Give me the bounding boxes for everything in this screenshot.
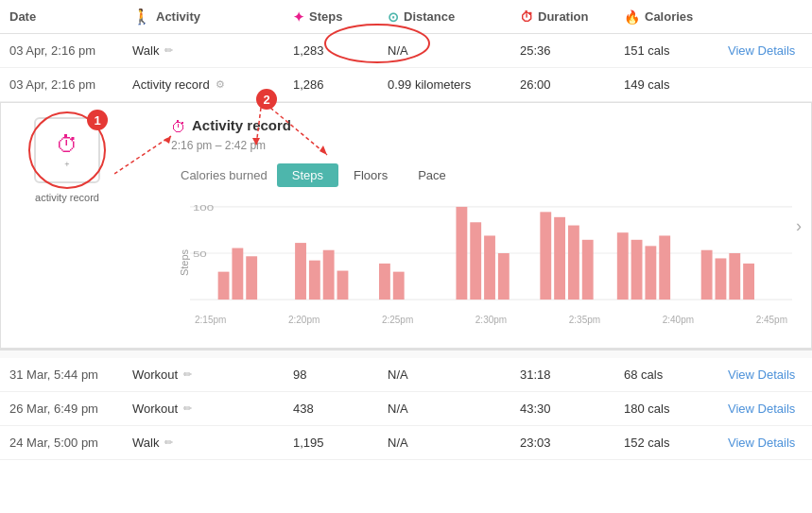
x-label: 2:20pm: [288, 315, 320, 325]
svg-rect-22: [470, 222, 481, 299]
chart-area: Steps 100 50: [190, 197, 792, 329]
svg-rect-24: [498, 253, 510, 299]
tab-calories-burned[interactable]: Calories burned: [171, 163, 277, 187]
cell-duration: 25:36: [520, 43, 624, 58]
svg-rect-19: [379, 264, 390, 299]
table-row: 26 Mar, 6:49 pm Workout ✏ 438 N/A 43:30 …: [0, 392, 812, 426]
cell-steps: 98: [293, 368, 388, 382]
cell-action[interactable]: View Details: [728, 402, 803, 416]
chevron-right-icon[interactable]: ›: [796, 215, 802, 235]
edit-icon[interactable]: ⚙: [216, 78, 225, 91]
edit-icon[interactable]: ✏: [183, 368, 192, 381]
view-details-link[interactable]: View Details: [728, 368, 795, 382]
activity-name: Workout: [132, 402, 178, 416]
svg-rect-35: [729, 253, 740, 299]
svg-rect-31: [645, 246, 656, 299]
chart-tabs: Calories burned Steps Floors Pace: [171, 163, 792, 187]
table-row: 31 Mar, 5:44 pm Workout ✏ 98 N/A 31:18 6…: [0, 358, 812, 392]
walk-icon: 🚶: [132, 8, 151, 26]
svg-rect-34: [716, 258, 727, 299]
calories-icon: 🔥: [624, 9, 640, 25]
svg-rect-29: [617, 232, 629, 299]
table-row: 03 Apr, 2:16 pm Walk ✏ 1,283 N/A 25:36 1…: [0, 34, 812, 68]
view-details-link[interactable]: View Details: [728, 43, 795, 58]
svg-rect-36: [743, 264, 754, 299]
cell-action[interactable]: View Details: [728, 436, 803, 450]
svg-rect-15: [295, 243, 306, 299]
cell-activity: Workout ✏: [132, 368, 293, 382]
cell-activity: Walk ✏: [132, 43, 293, 58]
svg-rect-14: [246, 256, 257, 299]
cell-activity: Workout ✏: [132, 402, 293, 416]
view-details-link[interactable]: View Details: [728, 402, 795, 416]
tab-floors[interactable]: Floors: [338, 163, 403, 187]
svg-rect-13: [232, 248, 243, 300]
svg-rect-20: [393, 272, 405, 299]
cell-calories: 180 cals: [624, 402, 728, 416]
cell-steps: 1,195: [293, 436, 388, 450]
chart-x-labels: 2:15pm 2:20pm 2:25pm 2:30pm 2:35pm 2:40p…: [190, 315, 792, 325]
svg-rect-18: [337, 271, 349, 300]
cell-date: 31 Mar, 5:44 pm: [9, 368, 132, 382]
svg-rect-33: [701, 250, 713, 299]
cell-calories: 68 cals: [624, 368, 728, 382]
svg-rect-27: [568, 226, 579, 300]
table-header: Date 🚶 Activity ✦ Steps ⊙ Distance ⏱ Dur…: [0, 0, 812, 34]
cell-activity: Walk ✏: [132, 436, 293, 450]
svg-rect-12: [218, 272, 230, 299]
cell-date: 03 Apr, 2:16 pm: [9, 77, 132, 92]
steps-icon: ✦: [293, 9, 304, 25]
panel-right: ⏱ Activity record 2: [171, 117, 792, 329]
cell-calories: 149 cals: [624, 77, 728, 92]
panel-header: ⏱ + 1 activity record: [20, 117, 792, 329]
svg-rect-21: [456, 207, 467, 299]
svg-rect-23: [484, 235, 495, 299]
svg-rect-25: [540, 212, 551, 299]
svg-text:50: 50: [193, 248, 207, 259]
tab-pace[interactable]: Pace: [403, 163, 461, 187]
cell-action[interactable]: View Details: [728, 368, 803, 382]
cell-action[interactable]: View Details: [728, 43, 803, 58]
header-steps: ✦ Steps: [293, 9, 388, 25]
header-activity: 🚶 Activity: [132, 8, 293, 26]
cell-distance: N/A: [388, 43, 520, 58]
svg-rect-30: [631, 240, 643, 299]
svg-rect-32: [659, 235, 670, 299]
cell-calories: 151 cals: [624, 43, 728, 58]
steps-chart: 100 50: [190, 197, 792, 310]
x-label: 2:40pm: [663, 315, 694, 325]
view-details-link[interactable]: View Details: [728, 436, 795, 450]
cell-distance: N/A: [388, 402, 520, 416]
panel-icon-label: activity record: [35, 192, 99, 203]
activity-name: Activity record: [132, 77, 210, 92]
edit-icon[interactable]: ✏: [164, 44, 173, 57]
edit-icon[interactable]: ✏: [183, 402, 192, 415]
svg-line-1: [114, 136, 171, 174]
cell-distance: N/A: [388, 368, 520, 382]
annotation-badge-2: 2: [256, 89, 277, 110]
x-label: 2:30pm: [475, 315, 507, 325]
header-duration: ⏱ Duration: [520, 9, 624, 25]
header-calories: 🔥 Calories: [624, 9, 728, 25]
cell-date: 26 Mar, 6:49 pm: [9, 402, 132, 416]
annotation-badge-1: 1: [87, 110, 108, 130]
svg-rect-28: [582, 240, 594, 299]
tab-steps[interactable]: Steps: [277, 163, 338, 187]
cell-duration: 31:18: [520, 368, 624, 382]
header-date: Date: [9, 9, 132, 24]
table-row: 24 Mar, 5:00 pm Walk ✏ 1,195 N/A 23:03 1…: [0, 426, 812, 460]
expanded-panel: › ⏱ + 1 activity record: [0, 102, 812, 349]
y-axis-label: Steps: [179, 249, 190, 276]
cell-date: 24 Mar, 5:00 pm: [9, 436, 132, 450]
activity-name: Walk: [132, 436, 159, 450]
panel-left: ⏱ + 1 activity record: [20, 117, 152, 203]
cell-duration: 43:30: [520, 402, 624, 416]
cell-calories: 152 cals: [624, 436, 728, 450]
cell-steps: 438: [293, 402, 388, 416]
cell-steps: 1,283: [293, 43, 388, 58]
edit-icon[interactable]: ✏: [164, 436, 173, 449]
cell-distance: 0.99 kilometers: [388, 77, 520, 92]
panel-subtitle: 2:16 pm – 2:42 pm: [171, 139, 792, 152]
cell-date: 03 Apr, 2:16 pm: [9, 43, 132, 58]
header-distance: ⊙ Distance: [388, 9, 520, 25]
